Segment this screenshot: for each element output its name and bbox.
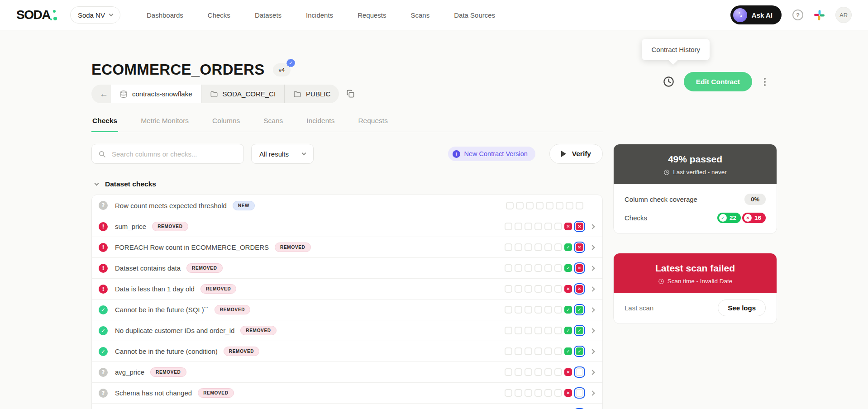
history-square-empty[interactable] — [516, 202, 524, 209]
history-square-empty[interactable] — [554, 389, 562, 397]
chevron-right-icon[interactable] — [590, 307, 595, 312]
history-square-empty[interactable] — [525, 223, 532, 230]
history-square-empty[interactable] — [544, 368, 552, 376]
history-square-empty[interactable] — [534, 347, 542, 355]
history-square-empty[interactable] — [505, 389, 512, 397]
history-square-empty[interactable] — [544, 347, 552, 355]
history-square-fail-selected[interactable]: ✕ — [576, 264, 583, 272]
history-square-empty[interactable] — [566, 202, 573, 209]
search-input[interactable] — [111, 150, 237, 158]
history-square-fail-selected[interactable]: ✕ — [576, 285, 583, 293]
nav-item-data-sources[interactable]: Data Sources — [454, 11, 495, 19]
history-square-pass[interactable]: ✓ — [564, 264, 572, 272]
ask-ai-button[interactable]: Ask AI — [730, 5, 782, 24]
history-square-empty[interactable] — [525, 264, 532, 272]
history-square-pass[interactable]: ✓ — [564, 347, 572, 355]
history-square-empty-selected[interactable] — [576, 389, 583, 397]
check-row[interactable]: ?avg_priceREMOVED✕ — [92, 361, 602, 382]
check-row[interactable]: ?REMOVED✕ — [92, 403, 602, 409]
history-square-empty[interactable] — [525, 243, 532, 251]
history-square-empty[interactable] — [515, 347, 522, 355]
history-square-empty[interactable] — [544, 285, 552, 293]
tab-incidents[interactable]: Incidents — [305, 112, 335, 132]
history-square-empty[interactable] — [505, 368, 512, 376]
history-square-empty[interactable] — [544, 389, 552, 397]
history-square-empty[interactable] — [534, 264, 542, 272]
back-arrow-icon[interactable]: ← — [91, 85, 111, 103]
history-square-empty[interactable] — [525, 327, 532, 334]
chevron-right-icon[interactable] — [590, 349, 595, 354]
history-square-empty[interactable] — [556, 202, 563, 209]
history-square-empty[interactable] — [515, 223, 522, 230]
chevron-right-icon[interactable] — [590, 286, 595, 291]
history-square-pass-selected[interactable]: ✓ — [576, 347, 583, 355]
chevron-right-icon[interactable] — [590, 224, 595, 229]
dataset-checks-section-header[interactable]: Dataset checks — [91, 180, 603, 188]
nav-item-requests[interactable]: Requests — [358, 11, 386, 19]
chevron-right-icon[interactable] — [590, 328, 595, 333]
history-square-empty[interactable] — [544, 327, 552, 334]
history-square-fail-selected[interactable]: ✕ — [576, 243, 583, 251]
tab-metric-monitors[interactable]: Metric Monitors — [140, 112, 190, 132]
history-square-pass-selected[interactable]: ✓ — [576, 327, 583, 334]
new-contract-version-notice[interactable]: i New Contract Version — [448, 147, 535, 161]
history-square-empty[interactable] — [525, 389, 532, 397]
history-square-empty[interactable] — [534, 306, 542, 314]
history-square-empty[interactable] — [515, 285, 522, 293]
user-avatar[interactable]: AR — [835, 7, 852, 23]
history-square-empty[interactable] — [505, 264, 512, 272]
breadcrumb-database[interactable]: PUBLIC — [284, 85, 339, 103]
check-row[interactable]: ?Row count meets expected thresholdNEW — [92, 195, 602, 216]
nav-item-incidents[interactable]: Incidents — [306, 11, 333, 19]
breadcrumb-schema[interactable]: SODA_CORE_CI — [201, 85, 285, 103]
slack-icon[interactable] — [814, 10, 825, 20]
history-square-empty[interactable] — [505, 285, 512, 293]
history-square-pass[interactable]: ✓ — [564, 243, 572, 251]
check-row[interactable]: !FOREACH Row count in ECOMMERCE_ORDERSRE… — [92, 237, 602, 257]
history-square-empty[interactable] — [546, 202, 553, 209]
chevron-right-icon[interactable] — [590, 370, 595, 375]
history-square-empty[interactable] — [544, 264, 552, 272]
history-square-empty[interactable] — [576, 202, 583, 209]
help-icon[interactable]: ? — [792, 10, 803, 20]
see-logs-button[interactable]: See logs — [718, 300, 766, 316]
history-square-empty[interactable] — [515, 264, 522, 272]
history-square-empty[interactable] — [525, 368, 532, 376]
history-square-empty[interactable] — [525, 306, 532, 314]
contract-history-clock-icon[interactable] — [663, 76, 675, 88]
history-square-fail[interactable]: ✕ — [564, 285, 572, 293]
check-row[interactable]: !sum_priceREMOVED✕✕ — [92, 216, 602, 237]
history-square-empty[interactable] — [505, 347, 512, 355]
history-square-empty[interactable] — [554, 264, 562, 272]
history-square-empty[interactable] — [554, 223, 562, 230]
check-row[interactable]: !Data is less than 1 day oldREMOVED✕✕ — [92, 278, 602, 299]
history-square-fail-selected[interactable]: ✕ — [576, 223, 583, 230]
history-square-empty[interactable] — [534, 285, 542, 293]
history-square-empty[interactable] — [534, 368, 542, 376]
nav-item-dashboards[interactable]: Dashboards — [147, 11, 183, 19]
history-square-empty[interactable] — [505, 243, 512, 251]
history-square-empty[interactable] — [534, 327, 542, 334]
history-square-empty[interactable] — [554, 347, 562, 355]
history-square-empty[interactable] — [544, 306, 552, 314]
history-square-empty[interactable] — [526, 202, 534, 209]
history-square-empty[interactable] — [515, 306, 522, 314]
nav-item-checks[interactable]: Checks — [208, 11, 230, 19]
search-box[interactable] — [91, 144, 244, 164]
history-square-empty[interactable] — [515, 368, 522, 376]
check-row[interactable]: !Dataset contains dataREMOVED✓✕ — [92, 257, 602, 278]
edit-contract-button[interactable]: Edit Contract — [684, 72, 752, 91]
history-square-empty[interactable] — [505, 223, 512, 230]
verify-button[interactable]: Verify — [549, 144, 603, 164]
breadcrumb-datasource[interactable]: contracts-snowflake — [111, 85, 201, 103]
history-square-empty-selected[interactable] — [576, 368, 583, 376]
more-options-kebab-icon[interactable] — [761, 75, 768, 89]
history-square-empty[interactable] — [515, 243, 522, 251]
history-square-empty[interactable] — [554, 285, 562, 293]
history-square-fail[interactable]: ✕ — [564, 368, 572, 376]
history-square-pass[interactable]: ✓ — [564, 306, 572, 314]
history-square-empty[interactable] — [505, 327, 512, 334]
history-square-empty[interactable] — [534, 389, 542, 397]
check-row[interactable]: ✓No duplicate customer IDs and order_idR… — [92, 320, 602, 341]
tab-scans[interactable]: Scans — [262, 112, 284, 132]
